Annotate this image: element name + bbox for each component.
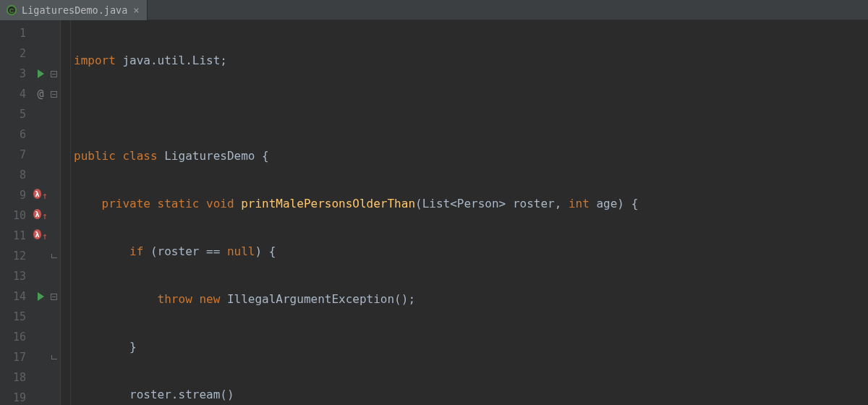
line-number: 8 xyxy=(0,165,33,185)
java-class-icon: C xyxy=(6,4,17,16)
code-area[interactable]: import java.util.List; public class Liga… xyxy=(71,20,868,405)
code-line: if (roster == null) { xyxy=(74,242,868,262)
tab-bar: C LigaturesDemo.java × xyxy=(0,0,868,20)
line-number: 9 xyxy=(0,185,33,205)
lambda-gutter-icon[interactable]: λ↑ xyxy=(33,205,48,226)
lambda-gutter-icon[interactable]: λ↑ xyxy=(33,185,48,205)
code-line: throw new IllegalArgumentException(); xyxy=(74,289,868,310)
line-number: 7 xyxy=(0,145,33,165)
svg-text:C: C xyxy=(9,7,14,14)
tab-filename: LigaturesDemo.java xyxy=(22,4,127,16)
fold-gutter xyxy=(48,20,61,405)
line-number: 4 xyxy=(0,84,33,104)
fold-toggle[interactable] xyxy=(48,64,60,84)
line-number: 17 xyxy=(0,347,33,367)
line-number: 15 xyxy=(0,307,33,327)
line-number: 12 xyxy=(0,246,33,266)
line-number: 2 xyxy=(0,43,33,64)
lambda-gutter-icon[interactable]: λ↑ xyxy=(33,226,48,246)
code-line: public class LigaturesDemo { xyxy=(74,146,868,166)
line-number: 11 xyxy=(0,226,33,246)
line-number: 3 xyxy=(0,64,33,84)
line-number: 18 xyxy=(0,367,33,388)
gutter-markers: @ λ↑ λ↑ λ↑ xyxy=(33,20,48,405)
line-number: 6 xyxy=(0,124,33,145)
fold-toggle[interactable] xyxy=(48,84,60,104)
code-line: roster.stream() xyxy=(74,385,868,405)
editor-tab-ligaturesdemo[interactable]: C LigaturesDemo.java × xyxy=(0,0,148,20)
run-icon[interactable] xyxy=(33,286,48,307)
code-line: private static void printMalePersonsOlde… xyxy=(74,194,868,214)
line-number: 19 xyxy=(0,388,33,405)
run-icon[interactable] xyxy=(33,64,48,84)
fold-end-icon[interactable] xyxy=(48,347,60,367)
code-line xyxy=(74,98,868,119)
code-line: import java.util.List; xyxy=(74,51,868,71)
line-number: 10 xyxy=(0,205,33,226)
line-number: 14 xyxy=(0,286,33,307)
line-number-gutter: 1 2 3 4 5 6 7 8 9 10 11 12 13 14 15 16 1… xyxy=(0,20,33,405)
line-number: 13 xyxy=(0,266,33,286)
indent-guide xyxy=(61,20,71,405)
code-line: } xyxy=(74,337,868,357)
line-number: 16 xyxy=(0,327,33,347)
fold-toggle[interactable] xyxy=(48,286,60,307)
line-number: 1 xyxy=(0,23,33,43)
fold-end-icon[interactable] xyxy=(48,246,60,266)
code-editor[interactable]: 1 2 3 4 5 6 7 8 9 10 11 12 13 14 15 16 1… xyxy=(0,20,868,405)
line-number: 5 xyxy=(0,104,33,124)
close-tab-icon[interactable]: × xyxy=(132,4,140,16)
annotation-icon[interactable]: @ xyxy=(37,88,43,101)
